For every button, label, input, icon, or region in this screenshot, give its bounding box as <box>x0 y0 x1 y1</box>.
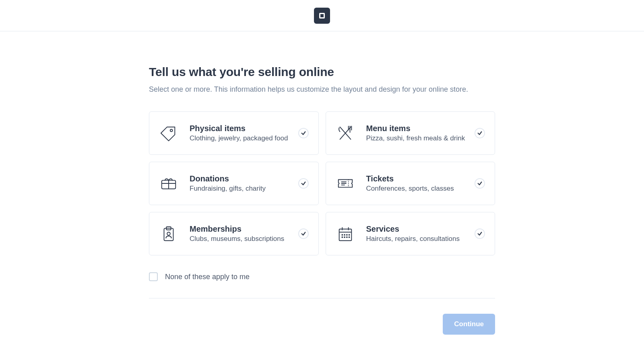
svg-point-11 <box>344 237 345 238</box>
svg-point-0 <box>170 130 173 132</box>
option-physical-items[interactable]: Physical items Clothing, jewelry, packag… <box>149 111 319 155</box>
square-logo <box>314 8 330 24</box>
none-label: None of these apply to me <box>165 273 250 281</box>
option-title: Donations <box>190 174 293 183</box>
page-title: Tell us what you're selling online <box>149 65 495 79</box>
fork-knife-icon <box>336 123 355 143</box>
badge-icon <box>159 224 178 243</box>
svg-point-13 <box>349 237 349 238</box>
option-title: Memberships <box>190 224 293 234</box>
check-indicator <box>298 178 309 189</box>
footer-actions: Continue <box>149 314 495 335</box>
option-text: Donations Fundraising, gifts, charity <box>190 174 293 193</box>
svg-point-12 <box>346 237 347 238</box>
app-header <box>0 0 644 31</box>
option-services[interactable]: Services Haircuts, repairs, consultation… <box>326 212 495 255</box>
square-logo-inner <box>319 13 325 19</box>
svg-point-10 <box>342 237 343 238</box>
check-indicator <box>298 228 309 239</box>
main-content: Tell us what you're selling online Selec… <box>149 65 495 351</box>
none-checkbox[interactable] <box>149 272 158 281</box>
none-option-row: None of these apply to me <box>149 272 495 281</box>
option-text: Physical items Clothing, jewelry, packag… <box>190 124 293 142</box>
option-text: Menu items Pizza, sushi, fresh meals & d… <box>366 124 470 142</box>
svg-point-4 <box>167 232 170 235</box>
option-menu-items[interactable]: Menu items Pizza, sushi, fresh meals & d… <box>326 111 495 155</box>
options-grid: Physical items Clothing, jewelry, packag… <box>149 111 495 255</box>
divider <box>149 298 495 298</box>
ticket-icon <box>336 174 355 193</box>
svg-point-7 <box>344 234 345 235</box>
page-subtitle: Select one or more. This information hel… <box>149 84 495 95</box>
check-indicator <box>298 128 309 138</box>
check-indicator <box>475 228 485 239</box>
option-title: Tickets <box>366 174 470 183</box>
option-text: Tickets Conferences, sports, classes <box>366 174 470 193</box>
option-desc: Haircuts, repairs, consultations <box>366 235 470 243</box>
svg-point-6 <box>342 234 343 235</box>
gift-icon <box>159 174 178 193</box>
option-text: Memberships Clubs, museums, subscription… <box>190 224 293 243</box>
tag-icon <box>159 123 178 143</box>
option-desc: Pizza, sushi, fresh meals & drink <box>366 134 470 142</box>
check-indicator <box>475 128 485 138</box>
option-memberships[interactable]: Memberships Clubs, museums, subscription… <box>149 212 319 255</box>
option-desc: Clubs, museums, subscriptions <box>190 235 293 243</box>
option-desc: Conferences, sports, classes <box>366 185 470 193</box>
option-desc: Clothing, jewelry, packaged food <box>190 134 293 142</box>
option-title: Physical items <box>190 124 293 133</box>
check-indicator <box>475 178 485 189</box>
option-desc: Fundraising, gifts, charity <box>190 185 293 193</box>
option-title: Services <box>366 224 470 234</box>
option-donations[interactable]: Donations Fundraising, gifts, charity <box>149 162 319 205</box>
option-title: Menu items <box>366 124 470 133</box>
svg-point-9 <box>349 234 349 235</box>
option-tickets[interactable]: Tickets Conferences, sports, classes <box>326 162 495 205</box>
calendar-icon <box>336 224 355 243</box>
continue-button[interactable]: Continue <box>443 314 495 335</box>
svg-point-8 <box>346 234 347 235</box>
option-text: Services Haircuts, repairs, consultation… <box>366 224 470 243</box>
